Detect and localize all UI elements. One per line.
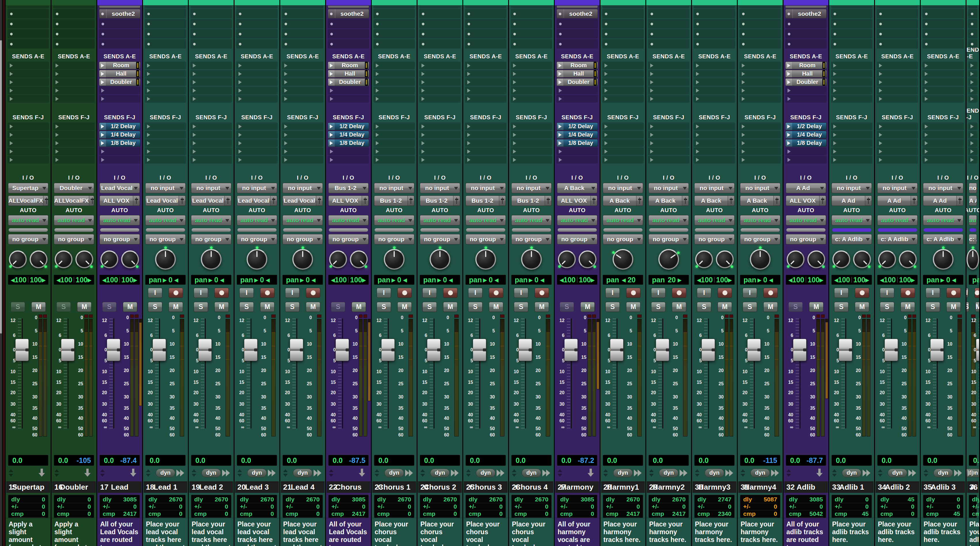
track-comments[interactable]: Place youradlib trackshere. [875, 518, 920, 546]
nudge-arrows-icon[interactable] [786, 469, 791, 477]
nudge-arrows-icon[interactable] [695, 469, 700, 477]
pan-knob[interactable] [292, 249, 313, 270]
send-slot[interactable] [191, 95, 232, 103]
send-slot[interactable] [236, 156, 278, 163]
nudge-arrows-icon[interactable] [832, 469, 837, 477]
double-arrow-icon[interactable] [177, 470, 185, 476]
track-name-bar[interactable]: 36 A [967, 481, 978, 493]
insert-slot[interactable] [968, 9, 977, 18]
output-window-fader-icon[interactable] [682, 196, 689, 206]
send-slot[interactable] [8, 156, 49, 163]
double-arrow-icon[interactable] [313, 470, 322, 476]
insert-slot[interactable] [374, 29, 415, 38]
record-arm-button[interactable] [260, 288, 275, 298]
track-name-bar[interactable]: 23 Chorus 1 [372, 481, 416, 493]
input-monitor-button[interactable]: I [966, 288, 968, 298]
input-monitor-button[interactable]: I [422, 288, 437, 298]
send-button[interactable]: Room [328, 62, 369, 69]
send-slot[interactable] [511, 122, 552, 130]
send-slot[interactable] [831, 139, 872, 147]
nudge-arrows-icon[interactable] [283, 469, 288, 477]
send-slot[interactable] [53, 70, 95, 78]
send-slot[interactable] [191, 70, 232, 78]
pan-knob[interactable] [521, 249, 542, 270]
send-slot[interactable] [968, 62, 977, 69]
output-selector[interactable]: Lead Vocal [191, 195, 231, 206]
send-slot[interactable] [419, 139, 461, 147]
send-button[interactable]: Room [99, 62, 140, 69]
send-slot[interactable] [511, 156, 552, 163]
insert-slot-partial[interactable] [923, 6, 964, 8]
send-slot[interactable] [8, 70, 49, 78]
send-slot[interactable] [877, 62, 918, 69]
volume-display[interactable]: 0.0 [969, 455, 977, 466]
send-slot[interactable] [923, 139, 964, 147]
send-slot[interactable] [145, 148, 186, 155]
insert-slot[interactable] [740, 19, 781, 29]
send-slot[interactable] [282, 122, 323, 130]
send-slot[interactable] [53, 95, 95, 103]
send-slot[interactable] [419, 87, 461, 94]
vertical-scrollbar[interactable] [0, 40, 2, 333]
input-selector[interactable]: no input [877, 183, 918, 193]
down-arrow-icon[interactable] [38, 469, 45, 477]
volume-display[interactable]: 0.0 [832, 455, 872, 466]
volume-display[interactable]: 0.0 [877, 455, 918, 466]
send-slot[interactable] [968, 78, 977, 86]
volume-fader[interactable] [473, 339, 486, 361]
send-slot[interactable] [8, 148, 49, 155]
volume-fader[interactable] [290, 339, 303, 361]
send-slot[interactable] [648, 131, 689, 138]
output-window-fader-icon[interactable] [545, 196, 551, 206]
fader-track[interactable] [525, 319, 526, 429]
insert-slot-partial[interactable] [282, 6, 323, 8]
mute-button[interactable]: M [77, 302, 92, 312]
send-slot[interactable] [740, 122, 781, 130]
send-slot[interactable] [877, 95, 918, 103]
send-slot[interactable] [145, 87, 186, 94]
record-arm-button[interactable] [306, 288, 320, 298]
track-comments[interactable]: Place yourharmonytracks here. [646, 518, 691, 546]
record-arm-button[interactable] [763, 288, 778, 298]
send-slot[interactable] [740, 139, 781, 147]
send-slot[interactable] [236, 148, 278, 155]
track-comments[interactable]: Place youradlib trackshere. [921, 518, 966, 546]
send-slot[interactable] [602, 78, 644, 86]
send-slot[interactable] [511, 139, 552, 147]
output-selector[interactable]: A Back [649, 195, 689, 206]
input-selector[interactable]: Doubler [54, 183, 94, 193]
fader-track[interactable] [571, 319, 572, 429]
insert-slot[interactable] [557, 19, 598, 29]
send-button[interactable]: 1/2 Delay [785, 122, 827, 130]
pan-knob[interactable] [579, 251, 597, 268]
fader-track[interactable] [754, 319, 755, 429]
insert-slot[interactable] [374, 19, 415, 29]
group-selector[interactable]: no group [649, 234, 689, 244]
pan-display[interactable]: pan▸ 0 ◂ [923, 275, 963, 285]
down-arrow-icon[interactable] [359, 469, 365, 477]
send-slot[interactable] [282, 156, 323, 163]
insert-button[interactable]: soothe2 [99, 9, 140, 18]
send-slot[interactable] [694, 139, 735, 147]
pan-knob[interactable] [475, 249, 496, 270]
volume-fader[interactable] [519, 339, 532, 361]
insert-slot[interactable] [419, 39, 461, 49]
output-selector[interactable]: A Ad [877, 195, 918, 206]
send-slot[interactable] [328, 87, 369, 94]
group-selector[interactable]: no group [420, 234, 460, 244]
solo-button[interactable]: S [285, 302, 299, 312]
track-name-bar[interactable]: 29 Harmny2 [647, 481, 690, 493]
output-window-fader-icon[interactable] [773, 196, 780, 206]
send-slot[interactable] [785, 95, 827, 103]
dyn-button[interactable]: dyn [705, 469, 724, 477]
volume-display[interactable]: 0.0 [374, 455, 414, 466]
send-slot[interactable] [511, 87, 552, 94]
input-monitor-button[interactable]: I [285, 288, 299, 298]
track-name-bar[interactable]: 22 Chorus [326, 481, 370, 493]
send-slot[interactable] [968, 87, 977, 94]
output-window-fader-icon[interactable] [956, 196, 963, 206]
input-selector[interactable]: Bus 1-2 [328, 183, 369, 193]
output-selector[interactable]: ALLVocalFX [54, 195, 94, 206]
input-selector[interactable]: no input [649, 183, 689, 193]
output-selector[interactable]: A Back [603, 195, 643, 206]
